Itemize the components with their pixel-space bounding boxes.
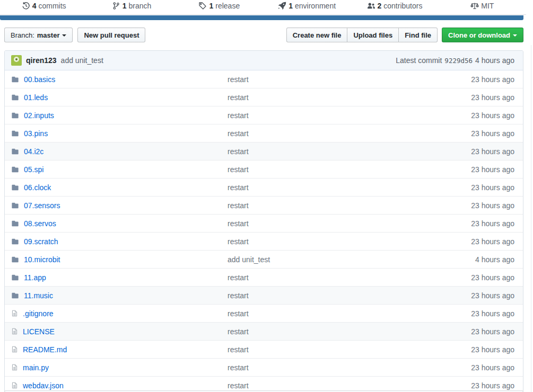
- file-link[interactable]: 11.app: [24, 273, 46, 282]
- file-name-cell: .gitignore: [5, 309, 228, 318]
- file-link[interactable]: 04.i2c: [24, 147, 43, 156]
- file-link[interactable]: 11.music: [24, 291, 53, 300]
- avatar[interactable]: [11, 55, 22, 66]
- commit-message-cell: restart: [228, 75, 430, 84]
- stat-count: 1: [289, 2, 293, 10]
- file-link[interactable]: 09.scratch: [24, 237, 58, 246]
- file-age: 23 hours ago: [430, 237, 523, 246]
- file-name-cell: 06.clock: [5, 183, 228, 192]
- commit-message-cell: restart: [228, 309, 430, 318]
- file-link[interactable]: 03.pins: [24, 129, 48, 138]
- file-age: 23 hours ago: [430, 93, 523, 102]
- find-file-button[interactable]: Find file: [398, 28, 438, 42]
- file-name-cell: README.md: [5, 345, 228, 354]
- file-age: 4 hours ago: [430, 255, 523, 264]
- file-row-.gitignore: .gitignore restart 23 hours ago: [5, 304, 523, 322]
- file-name-cell: 09.scratch: [5, 237, 228, 246]
- file-name-cell: 11.music: [5, 291, 228, 300]
- file-link[interactable]: 06.clock: [24, 183, 51, 192]
- stat-label: commits: [39, 2, 66, 10]
- file-link[interactable]: 05.spi: [24, 165, 43, 174]
- stat-branches[interactable]: 1 branch: [88, 0, 175, 14]
- row-commit-message-link[interactable]: add unit_test: [228, 255, 270, 264]
- file-age: 23 hours ago: [430, 147, 523, 156]
- row-commit-message-link[interactable]: restart: [228, 183, 249, 192]
- stat-label: branch: [128, 2, 151, 10]
- file-link[interactable]: 02.inputs: [24, 111, 54, 120]
- stat-contributors[interactable]: 2 contributors: [351, 0, 438, 14]
- file-icon: [11, 363, 18, 371]
- stat-label: contributors: [383, 2, 422, 10]
- commit-message-cell: restart: [228, 129, 430, 138]
- file-link[interactable]: 01.leds: [24, 93, 48, 102]
- stat-label: MIT: [481, 2, 494, 10]
- row-commit-message-link[interactable]: restart: [228, 273, 249, 282]
- stat-license[interactable]: MIT: [439, 0, 526, 14]
- stat-commits[interactable]: 4 commits: [0, 0, 88, 14]
- file-age: 23 hours ago: [430, 183, 523, 192]
- folder-icon: [11, 94, 19, 101]
- file-link[interactable]: webdav.json: [23, 381, 64, 390]
- file-name-cell: 08.servos: [5, 219, 228, 228]
- file-row-01.leds: 01.leds restart 23 hours ago: [5, 88, 523, 106]
- row-commit-message-link[interactable]: restart: [228, 111, 249, 120]
- file-browser: qiren123 add unit_test Latest commit 922…: [4, 50, 523, 392]
- clone-or-download-button[interactable]: Clone or download: [442, 28, 523, 42]
- row-commit-message-link[interactable]: restart: [228, 291, 249, 300]
- file-row-11.app: 11.app restart 23 hours ago: [5, 268, 523, 286]
- row-commit-message-link[interactable]: restart: [228, 75, 249, 84]
- file-name-cell: 03.pins: [5, 129, 228, 138]
- row-commit-message-link[interactable]: restart: [228, 381, 249, 390]
- row-commit-message-link[interactable]: restart: [228, 327, 249, 336]
- commit-sha-link[interactable]: 9229d56: [444, 57, 473, 65]
- file-age: 23 hours ago: [430, 309, 523, 318]
- file-link[interactable]: 08.servos: [24, 219, 56, 228]
- file-table: 00.basics restart 23 hours ago 01.leds r…: [5, 70, 523, 392]
- upload-files-button[interactable]: Upload files: [347, 28, 399, 42]
- row-commit-message-link[interactable]: restart: [228, 219, 249, 228]
- row-commit-message-link[interactable]: restart: [228, 345, 249, 354]
- file-name-cell: webdav.json: [5, 381, 228, 390]
- file-link[interactable]: 00.basics: [24, 75, 55, 84]
- law-icon: [470, 2, 479, 10]
- rocket-icon: [278, 2, 286, 10]
- file-age: 23 hours ago: [430, 75, 523, 84]
- tag-icon: [198, 2, 207, 10]
- row-commit-message-link[interactable]: restart: [228, 165, 249, 174]
- toolbar-left: Branch: master New pull request: [4, 28, 145, 42]
- branch-select-button[interactable]: Branch: master: [4, 28, 73, 42]
- chevron-down-icon: [62, 34, 66, 37]
- new-pull-request-button[interactable]: New pull request: [77, 28, 145, 42]
- file-row-00.basics: 00.basics restart 23 hours ago: [5, 70, 523, 88]
- latest-commit-bar: qiren123 add unit_test Latest commit 922…: [5, 51, 523, 70]
- file-link[interactable]: LICENSE: [23, 327, 55, 336]
- row-commit-message-link[interactable]: restart: [228, 363, 249, 372]
- folder-icon: [11, 274, 19, 281]
- folder-icon: [11, 130, 19, 137]
- file-link[interactable]: 10.microbit: [24, 255, 60, 264]
- row-commit-message-link[interactable]: restart: [228, 129, 249, 138]
- commit-author-link[interactable]: qiren123: [26, 56, 57, 65]
- stat-label: environment: [295, 2, 336, 10]
- row-commit-message-link[interactable]: restart: [228, 93, 249, 102]
- folder-icon: [11, 148, 19, 155]
- file-row-07.sensors: 07.sensors restart 23 hours ago: [5, 196, 523, 214]
- file-row-README.md: README.md restart 23 hours ago: [5, 340, 523, 358]
- file-row-08.servos: 08.servos restart 23 hours ago: [5, 214, 523, 232]
- folder-icon: [11, 166, 19, 173]
- file-icon: [11, 327, 18, 335]
- file-link[interactable]: 07.sensors: [24, 201, 60, 210]
- create-new-file-button[interactable]: Create new file: [286, 28, 348, 42]
- language-bar[interactable]: [0, 15, 523, 20]
- commit-message-link[interactable]: add unit_test: [61, 56, 103, 65]
- file-link[interactable]: main.py: [23, 363, 49, 372]
- row-commit-message-link[interactable]: restart: [228, 309, 249, 318]
- file-link[interactable]: .gitignore: [23, 309, 54, 318]
- stat-environments[interactable]: 1 environment: [263, 0, 351, 14]
- file-age: 23 hours ago: [430, 219, 523, 228]
- row-commit-message-link[interactable]: restart: [228, 201, 249, 210]
- file-link[interactable]: README.md: [23, 345, 67, 354]
- row-commit-message-link[interactable]: restart: [228, 237, 249, 246]
- stat-releases[interactable]: 1 release: [176, 0, 263, 14]
- row-commit-message-link[interactable]: restart: [228, 147, 249, 156]
